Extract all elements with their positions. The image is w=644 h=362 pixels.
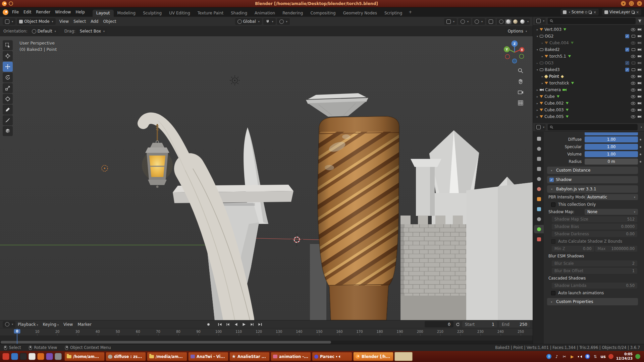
maximize-button[interactable]: □ <box>629 1 634 6</box>
shadow-checkbox[interactable]: ✓ <box>549 178 554 182</box>
clock[interactable]: 0:0512/24/23 <box>616 352 633 361</box>
options-dropdown[interactable]: Options▾ <box>505 28 529 35</box>
panel-custom-properties[interactable]: ▸Custom Properties <box>547 298 638 305</box>
expander-icon[interactable]: ▸ <box>535 115 540 118</box>
bluetooth-indicator-icon[interactable]: B <box>585 354 590 359</box>
disable-in-renders-toggle[interactable] <box>638 109 641 111</box>
shadow-map-dropdown[interactable]: None▾ <box>585 209 638 215</box>
disable-in-renders-toggle[interactable] <box>638 88 641 91</box>
pbr-intensity-mode-dropdown[interactable]: Automatic▾ <box>585 194 638 200</box>
animate-dot[interactable] <box>638 161 643 163</box>
hide-toggle[interactable] <box>631 102 635 105</box>
hide-toggle[interactable] <box>631 88 635 92</box>
outliner-item-camera[interactable]: ▸ Camera <box>533 86 644 93</box>
hide-toggle[interactable] <box>631 42 635 45</box>
workspace-tab-layout[interactable]: Layout <box>93 10 114 17</box>
outliner-item-cube-004[interactable]: ▸ Cube.004 <box>533 40 644 46</box>
workspace-tab-geometry-nodes[interactable]: Geometry Nodes <box>339 10 381 17</box>
shadow-lambda-field[interactable]: Shadow Lambda0.50 <box>552 283 637 289</box>
orientation-dropdown[interactable]: Default▾ <box>30 28 58 35</box>
tool-transform[interactable] <box>3 94 13 104</box>
security-indicator-icon[interactable] <box>608 354 613 359</box>
expander-icon[interactable]: ▸ <box>540 55 545 58</box>
menu-render[interactable]: Render <box>34 10 53 14</box>
disable-in-renders-toggle[interactable] <box>638 28 641 31</box>
editor-type-button[interactable]: ▾ <box>3 18 15 25</box>
timeline-menu-marker[interactable]: Marker <box>75 322 94 327</box>
tool-add-cube[interactable] <box>3 126 13 136</box>
shadow-bias-field[interactable]: Shadow Bias0.0000 <box>552 224 637 230</box>
properties-tab-tool[interactable] <box>534 134 544 143</box>
launcher-settings[interactable] <box>55 353 62 360</box>
viewport-menu-object[interactable]: Object <box>101 19 118 24</box>
properties-editor-type-button[interactable]: ▾ <box>535 124 546 131</box>
menu-help[interactable]: Help <box>73 10 87 14</box>
taskbar-window-animation[interactable]: animation -... <box>271 352 311 361</box>
outliner-item-og3[interactable]: ▸ OG3 ✓ <box>533 60 644 66</box>
proportional-editing-dropdown[interactable]: ▾ <box>277 18 290 25</box>
tool-annotate[interactable] <box>3 105 13 115</box>
disable-in-renders-toggle[interactable] <box>638 82 641 84</box>
workspace-tab-scripting[interactable]: Scripting <box>381 10 406 17</box>
taskbar-window-parsec[interactable]: Parsec <box>312 352 352 361</box>
play-button[interactable] <box>240 321 248 327</box>
properties-tab-object[interactable] <box>534 195 544 203</box>
expander-icon[interactable]: ▾ <box>535 35 540 38</box>
outliner-item-torch5-1[interactable]: ▸ torch5.1 <box>533 53 644 60</box>
properties-tab-output[interactable] <box>534 155 544 163</box>
animate-dot[interactable] <box>638 154 643 155</box>
hide-toggle[interactable] <box>631 95 635 98</box>
workspace-tab-compositing[interactable]: Compositing <box>307 10 339 17</box>
hide-in-viewport-toggle[interactable] <box>632 35 635 38</box>
copy-icon[interactable] <box>589 11 591 13</box>
jump-to-end-button[interactable] <box>257 321 264 327</box>
menu-edit[interactable]: Edit <box>21 10 34 14</box>
properties-tab-world[interactable] <box>534 185 544 193</box>
timeline-menu-view[interactable]: View <box>61 322 75 327</box>
disable-in-renders-toggle[interactable] <box>638 115 641 118</box>
current-frame-field[interactable]: 0 <box>425 321 453 327</box>
orthographic-toggle-icon[interactable] <box>518 100 524 106</box>
properties-tab-modifiers[interactable] <box>534 205 544 213</box>
outliner-item-cube[interactable]: ▸ Cube <box>533 93 644 100</box>
disable-in-renders-toggle[interactable] <box>638 42 641 44</box>
outliner-item-vert-003[interactable]: ▸ Vert.003 <box>533 26 644 33</box>
disable-in-renders-toggle[interactable] <box>638 35 641 38</box>
scene-selector[interactable]: ▾ Scene × <box>560 9 599 15</box>
launcher-applications-menu[interactable] <box>2 353 9 360</box>
outliner-item-point[interactable]: ▸ Point <box>533 73 644 80</box>
start-frame-field[interactable]: Start1 <box>462 321 497 327</box>
expander-icon[interactable]: ▸ <box>540 82 545 85</box>
pan-hand-icon[interactable] <box>518 78 524 84</box>
expander-icon[interactable]: ▸ <box>535 28 540 31</box>
menu-window[interactable]: Window <box>53 10 73 14</box>
expander-icon[interactable]: ▸ <box>535 102 540 105</box>
outliner-item-torchstick[interactable]: ▸ torchstick <box>533 80 644 86</box>
outliner-item-og2[interactable]: ▾ OG2 ✓ <box>533 33 644 40</box>
launcher-file-manager[interactable] <box>11 353 18 360</box>
navigation-gizmo[interactable]: Z Y X <box>502 39 527 65</box>
shade-button[interactable]: ▾ <box>621 1 626 6</box>
disable-in-renders-toggle[interactable] <box>638 55 641 58</box>
tool-rotate[interactable] <box>3 72 13 82</box>
auto-calculate-shadow-z-bounds-checkbox[interactable] <box>551 239 555 244</box>
outliner-editor-type-button[interactable]: ▾ <box>535 18 546 24</box>
viewport-scene[interactable] <box>0 36 533 320</box>
collection-include-checkbox[interactable]: ✓ <box>625 48 629 52</box>
hide-toggle[interactable] <box>631 82 635 85</box>
expander-icon[interactable]: ▸ <box>535 62 540 65</box>
outliner-item-baked3[interactable]: ▾ Baked3 ✓ <box>533 66 644 73</box>
properties-search-input[interactable] <box>548 124 638 130</box>
mode-dropdown[interactable]: Object Mode▾ <box>17 18 56 25</box>
panel-shadow[interactable]: ✓Shadow <box>547 176 638 183</box>
taskbar-window-blender-h[interactable]: Blender [/h... <box>353 352 393 361</box>
expander-icon[interactable]: ▸ <box>540 75 545 78</box>
object-visibility-dropdown[interactable]: ▾ <box>444 18 457 25</box>
expander-icon[interactable]: ▸ <box>535 95 540 98</box>
viewport-menu-select[interactable]: Select <box>71 19 88 24</box>
transform-orientation-dropdown[interactable]: Global▾ <box>235 18 262 25</box>
outliner-item-baked2[interactable]: ▾ Baked2 ✓ <box>533 46 644 53</box>
radius-field[interactable]: 0 m <box>585 159 638 165</box>
timeline-menu-playback[interactable]: Playback▾ <box>15 322 41 327</box>
outliner-item-cube-005[interactable]: ▸ Cube.005 <box>533 113 644 120</box>
